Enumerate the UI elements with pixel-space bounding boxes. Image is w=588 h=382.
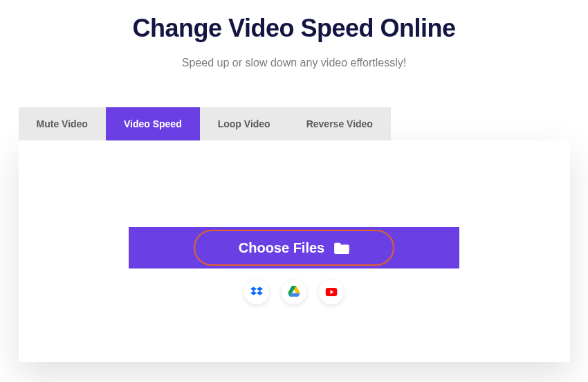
choose-files-label: Choose Files — [239, 240, 324, 256]
dropbox-icon — [250, 286, 263, 298]
page-title: Change Video Speed Online — [0, 14, 588, 43]
google-drive-icon — [288, 286, 300, 298]
youtube-icon — [325, 286, 338, 298]
source-buttons — [244, 280, 344, 304]
tab-mute-video[interactable]: Mute Video — [19, 107, 106, 140]
page-subtitle: Speed up or slow down any video effortle… — [0, 57, 588, 69]
choose-files-wrapper: Choose Files — [129, 227, 459, 269]
tab-reverse-video[interactable]: Reverse Video — [288, 107, 391, 140]
tab-video-speed[interactable]: Video Speed — [106, 107, 200, 140]
source-youtube-button[interactable] — [319, 280, 344, 304]
folder-icon — [334, 242, 349, 254]
upload-panel: Choose Files — [19, 140, 570, 362]
source-google-drive-button[interactable] — [282, 280, 306, 304]
source-dropbox-button[interactable] — [244, 280, 269, 304]
tool-tabs: Mute Video Video Speed Loop Video Revers… — [19, 107, 378, 140]
tab-loop-video[interactable]: Loop Video — [200, 107, 288, 140]
choose-files-button[interactable]: Choose Files — [129, 227, 459, 269]
